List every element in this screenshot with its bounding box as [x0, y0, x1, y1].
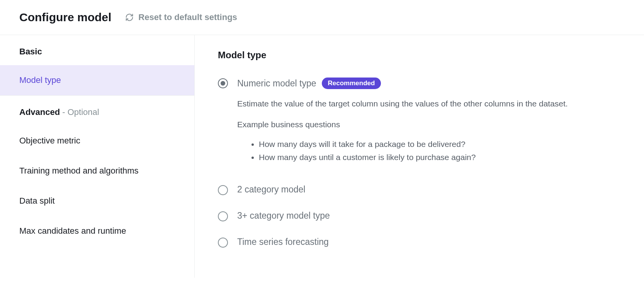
sidebar-item-label: Data split — [19, 196, 55, 206]
model-type-option-3plus-category[interactable]: 3+ category model type — [218, 211, 621, 221]
model-type-option-2-category[interactable]: 2 category model — [218, 184, 621, 195]
radio-label-row: Numeric model type Recommended — [237, 78, 381, 89]
sidebar-section-basic: Basic — [0, 35, 194, 65]
main-layout: Basic Model type Advanced - Optional Obj… — [0, 35, 644, 278]
sidebar-item-max-candidates[interactable]: Max candidates and runtime — [0, 216, 194, 246]
examples-heading: Example business questions — [237, 120, 621, 129]
radio-time-series[interactable] — [218, 238, 228, 248]
radio-label: Numeric model type — [237, 78, 316, 89]
reset-to-default-button[interactable]: Reset to default settings — [125, 12, 237, 22]
radio-label: 3+ category model type — [237, 211, 330, 221]
radio-2-category[interactable] — [218, 185, 228, 195]
model-type-option-numeric[interactable]: Numeric model type Recommended — [218, 78, 621, 89]
radio-label: Time series forecasting — [237, 237, 329, 247]
sidebar-item-objective-metric[interactable]: Objective metric — [0, 126, 194, 156]
sidebar-item-data-split[interactable]: Data split — [0, 186, 194, 216]
advanced-label: Advanced — [19, 107, 60, 117]
reset-label: Reset to default settings — [138, 12, 237, 22]
section-title: Model type — [218, 50, 621, 61]
optional-suffix: - Optional — [60, 107, 99, 117]
radio-3plus-category[interactable] — [218, 211, 228, 221]
sidebar-item-training-method[interactable]: Training method and algorithms — [0, 156, 194, 186]
sidebar-item-label: Max candidates and runtime — [19, 226, 126, 236]
sidebar-item-label: Objective metric — [19, 136, 80, 145]
examples-list: How many days will it take for a package… — [237, 138, 621, 164]
main-content: Model type Numeric model type Recommende… — [195, 35, 644, 278]
radio-numeric[interactable] — [218, 78, 228, 88]
radio-label: 2 category model — [237, 184, 305, 195]
sidebar-item-label: Model type — [19, 75, 61, 85]
sidebar-section-advanced: Advanced - Optional — [0, 96, 194, 126]
page-title: Configure model — [19, 11, 111, 24]
recommended-badge: Recommended — [322, 78, 381, 89]
sidebar-item-model-type[interactable]: Model type — [0, 65, 194, 95]
example-item: How many days until a customer is likely… — [259, 151, 621, 164]
model-type-option-time-series[interactable]: Time series forecasting — [218, 237, 621, 248]
option-description: Estimate the value of the target column … — [237, 99, 621, 108]
page-header: Configure model Reset to default setting… — [0, 0, 644, 35]
option-numeric-body: Estimate the value of the target column … — [237, 99, 621, 164]
sidebar-item-label: Training method and algorithms — [19, 166, 139, 175]
sidebar: Basic Model type Advanced - Optional Obj… — [0, 35, 195, 278]
refresh-icon — [125, 13, 134, 22]
example-item: How many days will it take for a package… — [259, 138, 621, 151]
